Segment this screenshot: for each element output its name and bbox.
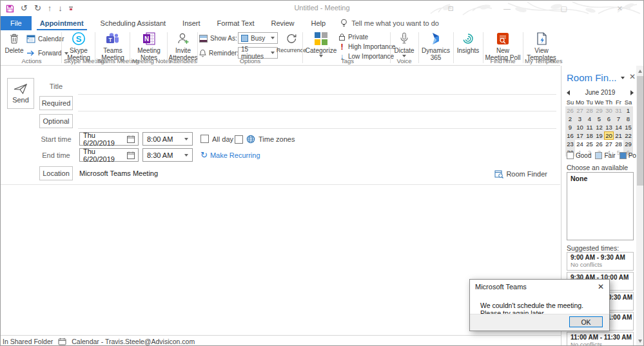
- calendar-day[interactable]: 17: [575, 131, 585, 140]
- end-time-dropdown[interactable]: 8:30 AM: [142, 148, 193, 162]
- calendar-day[interactable]: 28: [585, 106, 594, 115]
- location-value[interactable]: Microsoft Teams Meeting: [79, 169, 158, 177]
- all-day-checkbox-row[interactable]: All day: [200, 135, 233, 143]
- categorize-button[interactable]: Categorize: [306, 32, 336, 57]
- calendar-day[interactable]: 24: [575, 140, 585, 148]
- start-time-dropdown[interactable]: 8:00 AM: [142, 132, 193, 146]
- calendar-day[interactable]: 13: [604, 123, 614, 131]
- calendar-day[interactable]: 8: [623, 115, 633, 123]
- tab-file[interactable]: File: [1, 16, 32, 30]
- tab-scheduling-assistant[interactable]: Scheduling Assistant: [92, 16, 175, 30]
- dynamics-365-button[interactable]: Dynamics 365: [420, 32, 451, 61]
- next-month-icon[interactable]: [630, 90, 634, 95]
- calendar-day[interactable]: 11: [585, 123, 594, 131]
- calendar-day[interactable]: 15: [623, 123, 633, 131]
- status-calendar-account: Calendar - Travis.Steele@Advisicon.com: [72, 338, 195, 345]
- calendar-day[interactable]: 12: [594, 123, 604, 131]
- calendar-nav: June 2019: [567, 89, 634, 96]
- time-zones-checkbox-row[interactable]: Time zones: [235, 135, 295, 144]
- calendar-day[interactable]: 22: [623, 131, 633, 140]
- dialog-close-icon[interactable]: ✕: [598, 282, 604, 291]
- dialog-title: Microsoft Teams: [475, 283, 527, 291]
- tell-me-box[interactable]: Tell me what you want to do: [334, 16, 445, 30]
- scroll-down-icon[interactable]: [638, 340, 642, 343]
- legend-swatch: [595, 152, 602, 159]
- calendar-day[interactable]: 25: [585, 140, 594, 148]
- close-window-icon[interactable]: ✕: [617, 5, 623, 13]
- all-day-checkbox[interactable]: [200, 135, 209, 143]
- calendar-day[interactable]: 18: [585, 131, 594, 140]
- calendar-day[interactable]: 6: [604, 115, 614, 123]
- ok-button[interactable]: OK: [569, 316, 603, 327]
- title-input[interactable]: [78, 94, 556, 95]
- calendar-day[interactable]: 4: [585, 115, 594, 123]
- recurrence-button[interactable]: Recurrence: [280, 32, 302, 54]
- calendar-day[interactable]: 30: [604, 106, 614, 115]
- calendar-day[interactable]: 26: [594, 140, 604, 148]
- tab-help[interactable]: Help: [303, 16, 335, 30]
- room-list[interactable]: None: [567, 172, 634, 240]
- send-button[interactable]: Send: [7, 78, 34, 109]
- tab-review[interactable]: Review: [262, 16, 302, 30]
- person-plus-icon: [177, 32, 190, 46]
- optional-input[interactable]: [78, 128, 556, 129]
- room-finder-title[interactable]: Room Fin...: [567, 72, 625, 83]
- restore-icon[interactable]: ▢: [561, 5, 567, 13]
- suggested-time-range: 9:00 AM - 9:30 AM: [571, 254, 630, 261]
- tab-format-text[interactable]: Format Text: [209, 16, 263, 30]
- ribbon-display-options-icon[interactable]: ⊡: [448, 5, 454, 13]
- calendar-day[interactable]: 9: [565, 123, 575, 131]
- high-importance-icon: !: [338, 43, 346, 52]
- calendar-day[interactable]: 31: [614, 106, 623, 115]
- calendar-day[interactable]: 10: [575, 123, 585, 131]
- calendar-day[interactable]: 27: [604, 140, 614, 148]
- calendar-day[interactable]: 5: [594, 115, 604, 123]
- insights-button[interactable]: Insights: [455, 32, 481, 54]
- group-label-findtime: FindTime: [485, 57, 521, 64]
- room-list-item[interactable]: None: [567, 173, 633, 184]
- collapse-ribbon-icon[interactable]: [549, 59, 555, 62]
- private-button[interactable]: Private: [338, 32, 395, 42]
- make-recurring-link[interactable]: ↻ Make Recurring: [200, 150, 260, 160]
- show-as-dropdown[interactable]: Busy: [238, 32, 278, 44]
- delete-button[interactable]: Delete: [3, 32, 25, 54]
- calendar-day[interactable]: 29: [594, 106, 604, 115]
- legend-label: Good: [576, 152, 591, 159]
- calendar-day[interactable]: 23: [565, 140, 575, 148]
- calendar-day[interactable]: 27: [575, 106, 585, 115]
- tab-insert[interactable]: Insert: [174, 16, 209, 30]
- optional-button[interactable]: Optional: [39, 114, 73, 128]
- calendar-day[interactable]: 7: [614, 115, 623, 123]
- dictate-button[interactable]: Dictate: [392, 32, 416, 57]
- calendar-day[interactable]: 28: [614, 140, 623, 148]
- prev-month-icon[interactable]: [567, 90, 570, 95]
- panel-scrollbar[interactable]: [636, 66, 644, 346]
- scroll-up-icon[interactable]: [638, 70, 642, 73]
- required-input[interactable]: [78, 111, 556, 111]
- minimize-icon[interactable]: —: [503, 5, 511, 12]
- group-label-actions: Actions: [3, 57, 60, 64]
- room-finder-toggle[interactable]: Room Finder: [494, 169, 547, 178]
- tab-appointment[interactable]: Appointment: [32, 16, 92, 30]
- high-importance-button[interactable]: ! High Importance: [338, 42, 395, 52]
- end-date-picker[interactable]: Thu 6/20/2019: [79, 148, 139, 162]
- calendar-day[interactable]: 3: [575, 115, 585, 123]
- calendar-day[interactable]: 20: [604, 131, 614, 140]
- calendar-day[interactable]: 26: [565, 106, 575, 115]
- calendar-day[interactable]: 21: [614, 131, 623, 140]
- close-panel-icon[interactable]: ✕: [629, 72, 636, 81]
- suggested-time-item[interactable]: 11:00 AM - 11:30 AMNo conflicts: [567, 332, 634, 346]
- group-label-voice: Voice: [392, 57, 416, 64]
- calendar-day[interactable]: 19: [594, 131, 604, 140]
- start-date-picker[interactable]: Thu 6/20/2019: [79, 132, 139, 146]
- calendar-day[interactable]: 16: [565, 131, 575, 140]
- calendar-day[interactable]: 2: [565, 115, 575, 123]
- location-button[interactable]: Location: [39, 166, 73, 180]
- time-zones-checkbox[interactable]: [235, 135, 243, 144]
- required-button[interactable]: Required: [39, 96, 73, 110]
- suggested-time-item[interactable]: 9:00 AM - 9:30 AMNo conflicts: [567, 252, 634, 271]
- calendar-day[interactable]: 14: [614, 123, 623, 131]
- calendar-day[interactable]: 29: [623, 140, 633, 148]
- scrollbar-thumb[interactable]: [637, 76, 643, 186]
- calendar-day[interactable]: 1: [623, 106, 633, 115]
